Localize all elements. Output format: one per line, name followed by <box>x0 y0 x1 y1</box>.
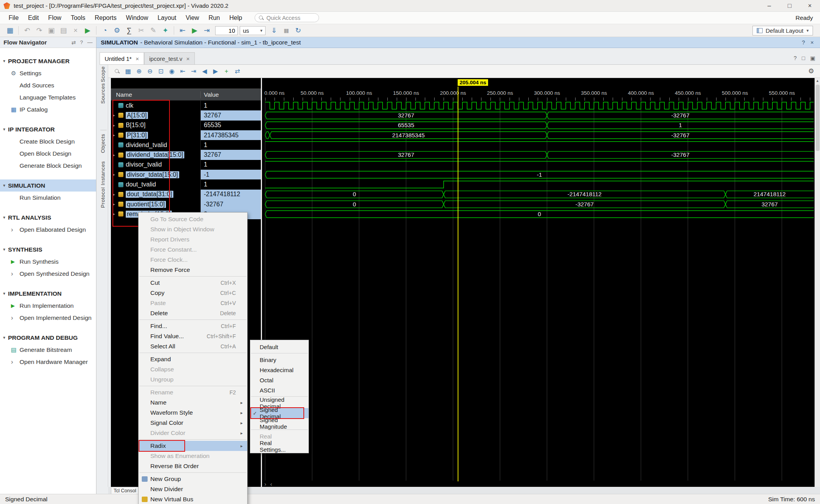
redo-icon[interactable]: ↷ <box>33 25 45 35</box>
zoom-in-icon[interactable]: ⊕ <box>134 67 144 75</box>
menu-item-waveform-style[interactable]: Waveform Style▸ <box>139 408 247 418</box>
close-tab-icon[interactable]: × <box>186 55 190 62</box>
menu-tools[interactable]: Tools <box>66 13 90 23</box>
side-tab-scope[interactable]: Scope <box>100 66 106 82</box>
signal-row-quotient-15-0[interactable]: ▸quotient[15:0]-32767 <box>111 199 261 209</box>
quick-access-search[interactable]: Quick Access <box>255 13 319 22</box>
dashboard-icon[interactable]: ◔ <box>99 25 111 35</box>
flow-section-project-manager[interactable]: ▾PROJECT MANAGER <box>0 55 96 67</box>
menu-item-hexadecimal[interactable]: Hexadecimal <box>250 365 308 375</box>
scroll-up-icon[interactable]: ▲ <box>815 78 820 84</box>
horizontal-scroll-arrows[interactable]: › ‹ <box>264 481 272 487</box>
next-transition-icon[interactable]: ▶ <box>210 67 221 75</box>
expander-icon[interactable]: ▸ <box>113 172 118 177</box>
float-window-icon[interactable]: □ <box>802 55 805 61</box>
help-icon[interactable]: ? <box>80 39 83 46</box>
menu-reports[interactable]: Reports <box>90 13 121 23</box>
menu-item-find[interactable]: Find...Ctrl+F <box>139 321 247 331</box>
side-tab-sources[interactable]: Sources <box>100 83 106 104</box>
zoom-fit-icon[interactable]: ⊡ <box>155 67 166 75</box>
relaunch-icon[interactable]: ↻ <box>292 25 304 35</box>
flow-item-run-synthesis[interactable]: ▶Run Synthesis <box>0 256 96 268</box>
side-tab-objects[interactable]: Objects <box>100 134 106 153</box>
signal-row-dividend-tvalid[interactable]: dividend_tvalid1 <box>111 140 261 150</box>
run-all-icon[interactable]: ▶ <box>189 25 201 35</box>
menu-flow[interactable]: Flow <box>43 13 66 23</box>
menu-item-new-group[interactable]: New Group <box>139 474 247 484</box>
zoom-cursor-icon[interactable]: ◉ <box>166 67 177 75</box>
zoom-out-icon[interactable]: ⊖ <box>144 67 155 75</box>
save-icon[interactable]: ▦ <box>4 25 16 35</box>
tab-ipcore-test-v[interactable]: ipcore_test.v× <box>144 52 195 64</box>
prev-transition-icon[interactable]: ◀ <box>199 67 210 75</box>
menu-item-reverse-bit-order[interactable]: Reverse Bit Order <box>139 461 247 471</box>
flow-item-open-hardware-manager[interactable]: ›Open Hardware Manager <box>0 356 96 368</box>
waveform-plot[interactable]: 205.004 ns 0.000 ns50.000 ns100.000 ns15… <box>262 78 815 490</box>
pause-icon[interactable]: ▮▮ <box>280 25 292 35</box>
tab-help-icon[interactable]: ? <box>794 55 797 61</box>
signal-row-divisor-tvalid[interactable]: divisor_tvalid1 <box>111 160 261 170</box>
flow-item-settings[interactable]: ⚙Settings <box>0 67 96 79</box>
side-tab-protocol-instances[interactable]: Protocol Instances <box>100 161 106 208</box>
paste-icon[interactable]: ▤ <box>57 25 70 35</box>
flow-item-run-simulation[interactable]: Run Simulation <box>0 192 96 204</box>
expander-icon[interactable]: ▸ <box>113 123 118 128</box>
menu-item-ascii[interactable]: ASCII <box>250 385 308 395</box>
expander-icon[interactable]: › <box>11 315 20 321</box>
menu-view[interactable]: View <box>181 13 203 23</box>
flow-item-language-templates[interactable]: Language Templates <box>0 91 96 103</box>
delete-icon[interactable]: × <box>70 25 82 35</box>
banner-help-icon[interactable]: ? <box>802 39 805 46</box>
menu-item-real-settings[interactable]: Real Settings... <box>250 441 308 451</box>
menu-item-cut[interactable]: CutCtrl+X <box>139 278 247 288</box>
menu-item-default[interactable]: Default <box>250 342 308 352</box>
run-icon[interactable]: ▶ <box>82 25 94 35</box>
menu-item-binary[interactable]: Binary <box>250 355 308 365</box>
maximize-button[interactable]: □ <box>779 0 800 12</box>
wave-settings-icon[interactable]: ⚙ <box>808 67 814 75</box>
close-tab-icon[interactable]: × <box>135 55 139 62</box>
run-for-icon[interactable]: ⇓ <box>268 25 280 35</box>
flow-section-simulation[interactable]: ▾SIMULATION <box>0 179 96 192</box>
signal-row-divisor-tdata-15-0[interactable]: ▸divisor_tdata[15:0]-1 <box>111 170 261 179</box>
sim-time-unit-select[interactable]: us▾ <box>240 26 266 35</box>
swap-cursor-icon[interactable]: ⇄ <box>232 67 243 75</box>
layout-select[interactable]: Default Layout▾ <box>752 26 813 35</box>
expander-icon[interactable]: ▸ <box>113 153 118 158</box>
flow-section-ip-integrator[interactable]: ▾IP INTEGRATOR <box>0 123 96 135</box>
banner-close-icon[interactable]: × <box>811 39 814 46</box>
flow-item-open-synthesized-design[interactable]: ›Open Synthesized Design <box>0 268 96 280</box>
maximize-pane-icon[interactable]: ▣ <box>810 55 815 61</box>
expander-icon[interactable]: ▸ <box>113 211 118 217</box>
close-button[interactable]: × <box>800 0 820 12</box>
dock-icon[interactable]: ⇄ <box>71 39 76 46</box>
vertical-scrollbar[interactable]: ▲ <box>815 78 820 490</box>
menu-item-select-all[interactable]: Select AllCtrl+A <box>139 341 247 351</box>
flow-item-create-block-design[interactable]: Create Block Design <box>0 135 96 147</box>
probe-icon[interactable]: ✦ <box>159 25 171 35</box>
clean-icon[interactable]: ✂ <box>135 25 147 35</box>
add-marker-icon[interactable]: + <box>221 68 232 75</box>
save-icon[interactable]: ▦ <box>123 67 134 75</box>
menu-item-signal-color[interactable]: Signal Color▸ <box>139 418 247 428</box>
menu-item-octal[interactable]: Octal <box>250 375 308 385</box>
expander-icon[interactable]: ▸ <box>113 192 118 197</box>
menu-item-new-virtual-bus[interactable]: New Virtual Bus <box>139 494 247 504</box>
copy-icon[interactable]: ▣ <box>45 25 57 35</box>
expander-icon[interactable]: › <box>11 227 20 232</box>
undo-icon[interactable]: ↶ <box>21 25 33 35</box>
menu-item-copy[interactable]: CopyCtrl+C <box>139 288 247 298</box>
menu-item-delete[interactable]: DeleteDelete <box>139 308 247 318</box>
expander-icon[interactable]: › <box>11 271 20 277</box>
signal-row-a-15-0[interactable]: ▸A[15:0]32767 <box>111 110 261 120</box>
sum-icon[interactable]: ∑ <box>123 25 135 35</box>
menu-window[interactable]: Window <box>121 13 153 23</box>
sim-time-input[interactable] <box>215 26 238 35</box>
flow-item-open-implemented-design[interactable]: ›Open Implemented Design <box>0 312 96 324</box>
signal-row-dividend-tdata-15-0[interactable]: ▸dividend_tdata[15:0]32767 <box>111 150 261 160</box>
scroll-right-icon[interactable]: ‹ <box>270 481 272 487</box>
flow-section-program-and-debug[interactable]: ▾PROGRAM AND DEBUG <box>0 332 96 344</box>
expander-icon[interactable]: ▸ <box>113 202 118 207</box>
tab-untitled-1[interactable]: Untitled 1*× <box>100 52 144 64</box>
signal-row-dout-tvalid[interactable]: dout_tvalid1 <box>111 179 261 189</box>
